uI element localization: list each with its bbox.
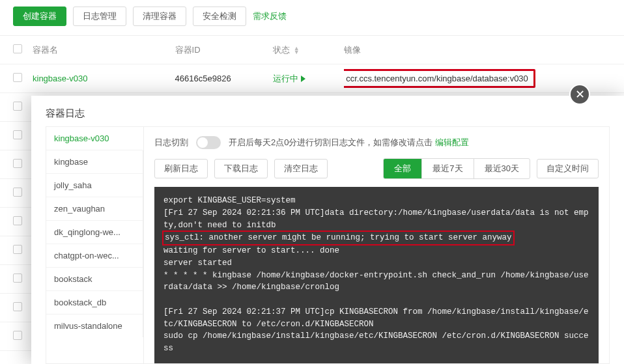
security-check-button[interactable]: 安全检测 (193, 7, 246, 26)
row-checkbox[interactable] (13, 331, 22, 340)
sidebar-item[interactable]: bookstack_db (46, 291, 143, 315)
col-header-status[interactable]: 状态 (273, 44, 290, 56)
log-panel: 日志切割 开启后每天2点0分进行切割日志文件，如需修改请点击 编辑配置 刷新日志… (143, 126, 610, 364)
sidebar-item[interactable]: jolly_saha (46, 174, 143, 197)
log-line: * * * * * kingbase /home/kingbase/docker… (163, 271, 589, 292)
row-checkbox[interactable] (13, 245, 22, 254)
toolbar: 创建容器 日志管理 清理容器 安全检测 需求反馈 (0, 0, 624, 35)
log-line: waiting for server to start.... done (163, 246, 339, 255)
log-split-toggle[interactable] (196, 136, 221, 149)
row-checkbox[interactable] (13, 130, 22, 139)
range-7d[interactable]: 最近7天 (421, 159, 473, 178)
container-image[interactable]: ccr.ccs.tencentyun.com/kingbase/database… (346, 74, 528, 83)
modal-title: 容器日志 (31, 96, 624, 126)
container-id: 46616c5e9826 (175, 74, 273, 83)
sidebar-item[interactable]: bookstack (46, 268, 143, 291)
row-checkbox[interactable] (13, 102, 22, 111)
container-sidebar: kingbase-v030 kingbase jolly_saha zen_va… (46, 126, 143, 364)
row-checkbox[interactable] (13, 188, 22, 197)
play-icon (301, 76, 305, 82)
status-text: 运行中 (273, 73, 298, 85)
log-manage-button[interactable]: 日志管理 (73, 7, 126, 26)
log-split-label: 日志切割 (154, 137, 188, 148)
image-highlight: ccr.ccs.tencentyun.com/kingbase/database… (344, 69, 535, 88)
sidebar-item[interactable]: zen_vaughan (46, 197, 143, 221)
log-split-desc: 开启后每天2点0分进行切割日志文件，如需修改请点击 (229, 137, 433, 148)
select-all-checkbox[interactable] (13, 44, 22, 53)
log-line: server started (163, 259, 232, 268)
col-header-image: 镜像 (344, 44, 611, 56)
close-icon[interactable]: ✕ (569, 84, 590, 105)
table-row: kingbase-v030 46616c5e9826 运行中 ccr.ccs.t… (0, 64, 624, 93)
sidebar-item[interactable]: milvus-standalone (46, 315, 143, 337)
row-checkbox[interactable] (13, 302, 22, 311)
log-line: [Fri 27 Sep 2024 02:21:36 PM UTC]data di… (163, 208, 589, 230)
status-running[interactable]: 运行中 (273, 73, 305, 85)
table-header-row: 容器名 容器ID 状态 ▲▼ 镜像 (0, 36, 624, 64)
edit-config-link[interactable]: 编辑配置 (435, 137, 469, 148)
col-header-id: 容器ID (175, 44, 273, 56)
log-split-row: 日志切割 开启后每天2点0分进行切割日志文件，如需修改请点击 编辑配置 (154, 136, 599, 149)
refresh-log-button[interactable]: 刷新日志 (154, 159, 208, 178)
time-range-segment: 全部 最近7天 最近30天 (383, 158, 530, 179)
sort-icon[interactable]: ▲▼ (294, 46, 300, 54)
sidebar-item[interactable]: dk_qinglong-we... (46, 221, 143, 244)
range-all[interactable]: 全部 (384, 159, 421, 178)
row-checkbox[interactable] (13, 73, 22, 82)
sidebar-item[interactable]: kingbase (46, 150, 143, 174)
log-action-row: 刷新日志 下载日志 清空日志 全部 最近7天 最近30天 自定义时间 (154, 158, 599, 179)
row-checkbox[interactable] (13, 216, 22, 225)
feedback-link[interactable]: 需求反馈 (253, 10, 287, 22)
create-container-button[interactable]: 创建容器 (13, 7, 66, 26)
log-line: export KINGBASE_USER=system (163, 196, 296, 205)
sidebar-item[interactable]: chatgpt-on-wec... (46, 244, 143, 268)
log-terminal[interactable]: export KINGBASE_USER=system [Fri 27 Sep … (154, 187, 599, 363)
log-line: sudo cp /home/kingbase/install/kingbase/… (163, 331, 589, 353)
clear-log-button[interactable]: 清空日志 (274, 159, 328, 178)
range-custom-button[interactable]: 自定义时间 (537, 159, 599, 178)
log-line: [Fri 27 Sep 2024 02:21:37 PM UTC]cp KING… (163, 307, 589, 329)
download-log-button[interactable]: 下载日志 (214, 159, 268, 178)
cleanup-button[interactable]: 清理容器 (133, 7, 186, 26)
col-header-name: 容器名 (33, 44, 175, 56)
log-line-highlight: sys_ctl: another server might be running… (162, 231, 515, 245)
row-checkbox[interactable] (13, 159, 22, 168)
sidebar-item[interactable]: kingbase-v030 (46, 127, 143, 150)
log-modal: ✕ 容器日志 kingbase-v030 kingbase jolly_saha… (31, 96, 624, 364)
row-checkbox[interactable] (13, 273, 22, 283)
container-name-link[interactable]: kingbase-v030 (33, 74, 88, 83)
range-30d[interactable]: 最近30天 (474, 159, 530, 178)
